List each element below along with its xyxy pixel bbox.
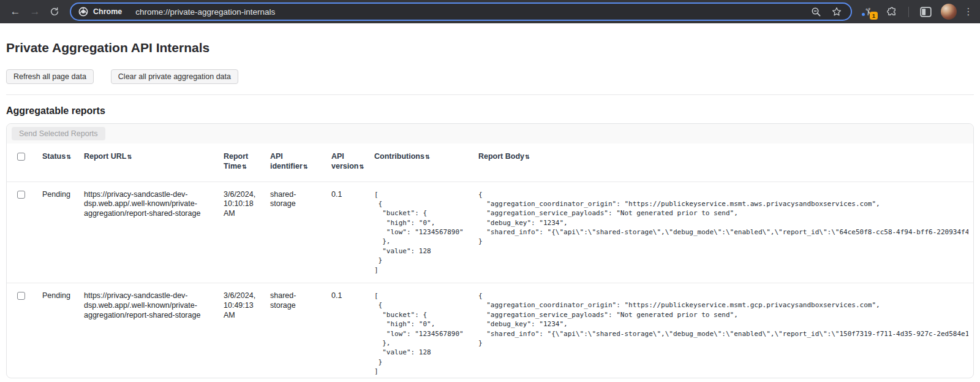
toolbar-separator [908,7,909,17]
status-cell: Pending [36,181,78,283]
divider [6,94,974,95]
puzzle-icon [886,6,897,17]
header-api-identifier[interactable]: API identifier⇅ [264,143,325,181]
header-report-url[interactable]: Report URL⇅ [78,143,217,181]
extensions-button[interactable] [883,2,901,21]
row-checkbox[interactable] [17,292,25,300]
report-url-cell: https://privacy-sandcastle-dev-dsp.web.a… [78,181,217,283]
sort-icon: ⇅ [525,154,530,160]
checkbox-cell [7,283,36,379]
reload-icon [50,7,59,17]
page-title: Private Aggregation API Internals [6,40,974,55]
browser-toolbar: ← → Chrome chrome://private-aggregation-… [0,0,980,23]
forward-button[interactable]: → [26,2,44,21]
browser-menu-button[interactable]: ⋮ [963,6,974,17]
sort-icon: ⇅ [303,164,308,170]
contributions-json: [ { "bucket": { "high": "0", "low": "123… [374,190,467,275]
api-identifier-cell: shared-storage [264,181,325,283]
status-cell: Pending [36,283,78,379]
scissors-dot [862,13,865,16]
side-panel-icon [920,7,932,17]
zoom-icon[interactable] [811,7,821,17]
report-body-cell: { "aggregation_coordinator_origin": "htt… [472,283,973,379]
bookmark-star-icon[interactable] [831,6,842,17]
address-bar[interactable]: Chrome chrome://private-aggregation-inte… [70,2,852,21]
contributions-cell: [ { "bucket": { "high": "0", "low": "123… [368,181,472,283]
contributions-cell: [ { "bucket": { "high": "0", "low": "123… [368,283,472,379]
chrome-scheme-chip: Chrome [78,7,122,17]
send-selected-reports-button[interactable]: Send Selected Reports [12,127,105,140]
sort-icon: ⇅ [359,164,364,170]
chip-label: Chrome [93,7,122,16]
url-text: chrome://private-aggregation-internals [135,7,811,17]
clear-all-button[interactable]: Clear all private aggregation data [111,69,238,84]
header-status[interactable]: Status⇅ [36,143,78,181]
extension-badge: 1 [870,12,878,20]
header-api-version[interactable]: API version⇅ [325,143,368,181]
report-time-cell: 3/6/2024, 10:10:18 AM [217,181,264,283]
page-actions: Refresh all page data Clear all private … [6,69,974,84]
sort-icon: ⇅ [242,164,247,170]
profile-avatar[interactable] [941,4,957,20]
report-time-cell: 3/6/2024, 10:49:13 AM [217,283,264,379]
back-icon: ← [10,6,21,18]
scissors-extension-button[interactable]: ✂ 1 [861,3,876,20]
table-row: Pending https://privacy-sandcastle-dev-d… [7,181,973,283]
aggregatable-reports-card: Send Selected Reports Status⇅ Report URL… [6,123,974,378]
api-version-cell: 0.1 [325,181,368,283]
select-all-checkbox[interactable] [17,153,25,161]
back-button[interactable]: ← [6,2,24,21]
report-body-json: { "aggregation_coordinator_origin": "htt… [478,190,968,246]
sort-icon: ⇅ [425,154,430,160]
report-body-cell: { "aggregation_coordinator_origin": "htt… [472,181,973,283]
section-title: Aggregatable reports [6,105,974,117]
api-version-cell: 0.1 [325,283,368,379]
sort-icon: ⇅ [127,154,132,160]
refresh-all-button[interactable]: Refresh all page data [6,69,94,84]
header-report-time[interactable]: Report Time⇅ [217,143,264,181]
reports-table: Status⇅ Report URL⇅ Report Time⇅ API ide… [7,143,973,378]
reload-button[interactable] [45,2,64,21]
table-row: Pending https://privacy-sandcastle-dev-d… [7,283,973,379]
forward-icon: → [30,6,40,18]
header-contributions[interactable]: Contributions⇅ [368,143,472,181]
api-identifier-cell: shared-storage [264,283,325,379]
row-checkbox[interactable] [17,191,25,199]
chrome-logo-icon [78,7,88,17]
table-header-row: Status⇅ Report URL⇅ Report Time⇅ API ide… [7,143,973,181]
page-content: Private Aggregation API Internals Refres… [0,40,980,378]
checkbox-cell [7,181,36,283]
side-panel-button[interactable] [916,2,935,21]
contributions-json: [ { "bucket": { "high": "0", "low": "123… [374,291,467,376]
header-report-body[interactable]: Report Body⇅ [472,143,973,181]
report-url-cell: https://privacy-sandcastle-dev-dsp.web.a… [78,283,217,379]
reports-toolbar: Send Selected Reports [7,124,973,143]
report-body-json: { "aggregation_coordinator_origin": "htt… [478,291,968,348]
header-select-all [7,143,36,181]
sort-icon: ⇅ [66,154,71,160]
